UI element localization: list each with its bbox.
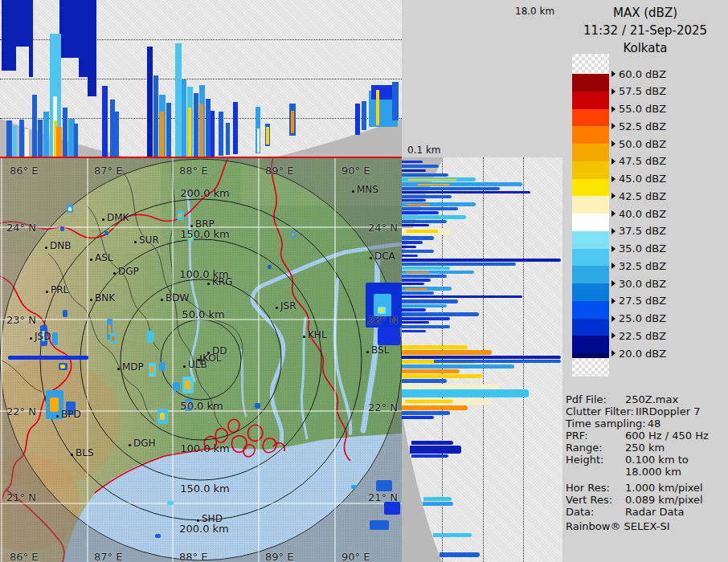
product-title-block: MAX (dBZ) 11:32 / 21-Sep-2025 Kolkata [562,4,728,57]
echo-column [200,104,203,157]
echo-column [6,120,12,157]
metadata-label: Height: [566,454,625,478]
city-dot-icon [303,336,305,338]
echo-row [402,330,426,332]
echo-row [402,215,466,219]
metadata-label: PRF: [566,430,625,442]
metadata-row: Pdf File:250Z.max [566,393,726,405]
longitude-label: 87° E [94,165,122,177]
metadata-label: Time sampling: [566,417,648,430]
echo-cell [67,205,73,213]
metadata-value: 0.089 km/pixel [625,494,703,506]
legend-entry: 37.5 dBZ [611,226,666,237]
city-code-label: ULB [188,359,207,370]
echo-column [175,43,182,157]
echo-row [402,220,447,223]
echo-row [402,195,452,198]
legend-entry: 35.0 dBZ [611,243,666,255]
legend-entry: 40.0 dBZ [611,208,666,219]
metadata-row: Range:250 km [566,442,726,454]
echo-cell [60,226,64,231]
metadata-value: IIRDoppler 7 [636,405,701,417]
longitude-label: 89° E [265,165,293,177]
legend-entry: 50.0 dBZ [611,138,666,149]
legend-entry-label: 40.0 dBZ [619,208,666,220]
echo-cell-core [50,397,59,412]
legend-tick-arrow-icon [611,123,616,129]
product-name: MAX (dBZ) [562,4,728,22]
echo-cell-core [68,207,72,211]
echo-column [43,112,49,157]
height-axis-max-label: 18.0 km [515,6,554,17]
legend-swatch-above-max [572,54,609,74]
echo-row [411,454,448,458]
legend-tick-arrow-icon [611,210,616,217]
legend-swatch [572,74,609,92]
city-dot-icon [190,225,193,227]
echo-cell [378,328,400,345]
range-ring-label: 100.0 km [180,442,230,454]
echo-row [402,187,500,190]
metadata-label: Pdf File: [566,393,625,405]
echo-cell [384,502,400,515]
legend-entry-label: 60.0 dBZ [619,68,666,80]
city-dot-icon [129,444,131,446]
metadata-value: 250Z.max [625,393,678,405]
echo-row [402,161,423,163]
legend-entry: 60.0 dBZ [611,68,666,79]
city-dot-icon [276,307,278,309]
metadata-row: Vert Res:0.089 km/pixel [566,494,726,506]
legend-swatch [572,126,609,144]
range-ring-label: 50.0 km [180,400,223,412]
legend-swatch [572,283,609,301]
range-ring-label: 200.0 km [180,187,230,199]
echo-column [153,75,158,157]
echo-row [402,364,514,369]
echo-row [411,441,453,445]
echo-column [291,111,294,133]
echo-cell [376,480,392,491]
echo-cell [52,332,58,345]
software-brand: Rainbow® SELEX-SI [566,520,726,532]
legend-tick-arrow-icon [611,228,616,234]
legend-swatch [572,214,609,231]
product-metadata: Pdf File:250Z.maxClutter Filter:IIRDoppl… [566,393,726,532]
echo-row [440,552,480,557]
metadata-row: PRF:600 Hz / 450 Hz [566,430,726,442]
latitude-label: 24° N [6,222,36,234]
city-dot-icon [352,190,354,193]
city-code-label: SHD [202,513,223,524]
legend-entry: 22.5 dBZ [611,330,666,341]
metadata-row: Hor Res:1.000 km/pixel [566,482,726,494]
echo-row [402,241,423,244]
legend-entry-label: 57.5 dBZ [619,85,666,97]
echo-cell [59,363,67,370]
echo-cell [370,520,389,530]
echo-row [402,173,448,177]
metadata-row: Height:0.100 km to 18.000 km [566,454,726,478]
legend-entry: 47.5 dBZ [611,156,666,167]
echo-row [423,497,452,501]
echo-column [182,79,186,157]
legend-entry-label: 30.0 dBZ [619,278,666,290]
echo-row [402,283,424,285]
legend-tick-arrow-icon [611,158,616,165]
legend-entry-label: 42.5 dBZ [619,190,666,202]
longitude-label: 88° E [179,551,207,562]
echo-row [402,275,447,278]
echo-column [63,108,67,157]
legend-entry-label: 22.5 dBZ [619,330,666,342]
echo-row [433,533,472,537]
panel-separator-line [0,157,402,158]
echo-row [406,271,430,273]
city-code-label: KHL [308,329,327,340]
longitude-label: 90° E [342,551,370,562]
city-code-label: PRL [51,284,68,295]
echo-row [408,179,456,181]
echo-row [402,291,434,295]
echo-column [147,47,153,157]
echo-row [402,304,447,307]
echo-column [59,0,80,58]
city-code-label: DNB [50,240,71,251]
city-dot-icon [183,365,186,368]
